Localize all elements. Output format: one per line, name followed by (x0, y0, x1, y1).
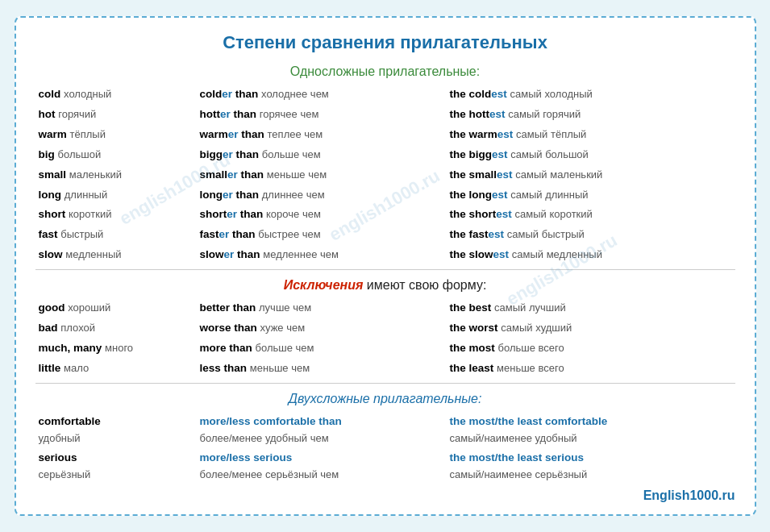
mono-superl-fast: the fastest самый быстрый (447, 226, 735, 244)
exc-base-much: much, many много (35, 339, 197, 358)
exc-base-bad: bad плохой (35, 319, 197, 338)
exc-comp-bad: worse than хуже чем (197, 319, 447, 338)
mono-comp-slow: slower than медленнее чем (197, 246, 447, 264)
exc-base-good: good хороший (35, 299, 197, 318)
mono-superl-cold: the coldest самый холодный (447, 85, 735, 104)
mono-base-warm: warm тёплый (35, 126, 197, 144)
dis-superl-comfortable: the most/the least comfortable самый/наи… (447, 413, 735, 447)
page-title: Степени сравнения прилагательных (35, 32, 735, 53)
disyllabic-section-title: Двухсложные прилагательные: (35, 392, 735, 406)
dis-base-serious: serious серьёзный (35, 449, 197, 484)
mono-base-cold: cold холодный (35, 85, 197, 104)
mono-comp-small: smaller than меньше чем (197, 166, 447, 185)
monosyllabic-title-text: Односложные прилагательные: (290, 64, 480, 78)
dis-comp-serious: more/less serious более/менее серьёзный … (197, 449, 447, 484)
mono-superl-warm: the warmest самый тёплый (447, 126, 735, 144)
exc-superl-good: the best самый лучший (447, 299, 735, 318)
mono-base-fast: fast быстрый (35, 226, 197, 244)
exceptions-grid: good хороший better than лучше чем the b… (35, 299, 735, 378)
mono-base-long: long длинный (35, 186, 197, 205)
dis-base-comfortable: comfortable удобный (35, 413, 197, 447)
mono-superl-small: the smallest самый маленький (447, 166, 735, 185)
divider-1 (35, 269, 735, 270)
mono-superl-long: the longest самый длинный (447, 186, 735, 205)
exceptions-section-title: Исключения имеют свою форму: (35, 278, 735, 293)
exc-comp-good: better than лучше чем (197, 299, 447, 318)
monosyllabic-section-title: Односложные прилагательные: (35, 64, 735, 79)
mono-base-small: small маленький (35, 166, 197, 185)
exc-superl-bad: the worst самый худший (447, 319, 735, 338)
dis-comp-comfortable: more/less comfortable than более/менее у… (197, 413, 447, 447)
mono-base-short: short короткий (35, 206, 197, 224)
exc-base-little: little мало (35, 360, 197, 378)
dis-superl-serious: the most/the least serious самый/наимене… (447, 449, 735, 484)
exc-comp-little: less than меньше чем (197, 360, 447, 378)
divider-2 (35, 383, 735, 384)
mono-base-big: big большой (35, 146, 197, 164)
site-text: English1000.ru (643, 488, 735, 502)
mono-base-hot: hot горячий (35, 106, 197, 124)
mono-base-slow: slow медленный (35, 246, 197, 264)
main-card: english1000.ru english1000.ru english100… (15, 16, 756, 516)
mono-comp-warm: warmer than теплее чем (197, 126, 447, 144)
site-label: English1000.ru (35, 488, 735, 503)
mono-superl-slow: the slowest самый медленный (447, 246, 735, 264)
exc-superl-little: the least меньше всего (447, 360, 735, 378)
mono-comp-long: longer than длиннее чем (197, 186, 447, 205)
mono-superl-big: the biggest самый большой (447, 146, 735, 164)
mono-superl-short: the shortest самый короткий (447, 206, 735, 224)
exc-comp-much: more than больше чем (197, 339, 447, 358)
title-text: Степени сравнения прилагательных (223, 32, 547, 52)
monosyllabic-grid: cold холодный colder than холоднее чем t… (35, 85, 735, 264)
mono-comp-fast: faster than быстрее чем (197, 226, 447, 244)
disyllabic-grid: comfortable удобный more/less comfortabl… (35, 413, 735, 484)
mono-superl-hot: the hottest самый горячий (447, 106, 735, 124)
mono-comp-short: shorter than короче чем (197, 206, 447, 224)
exc-superl-much: the most больше всего (447, 339, 735, 358)
mono-comp-big: bigger than больше чем (197, 146, 447, 164)
mono-comp-hot: hotter than горячее чем (197, 106, 447, 124)
mono-comp-cold: colder than холоднее чем (197, 85, 447, 104)
